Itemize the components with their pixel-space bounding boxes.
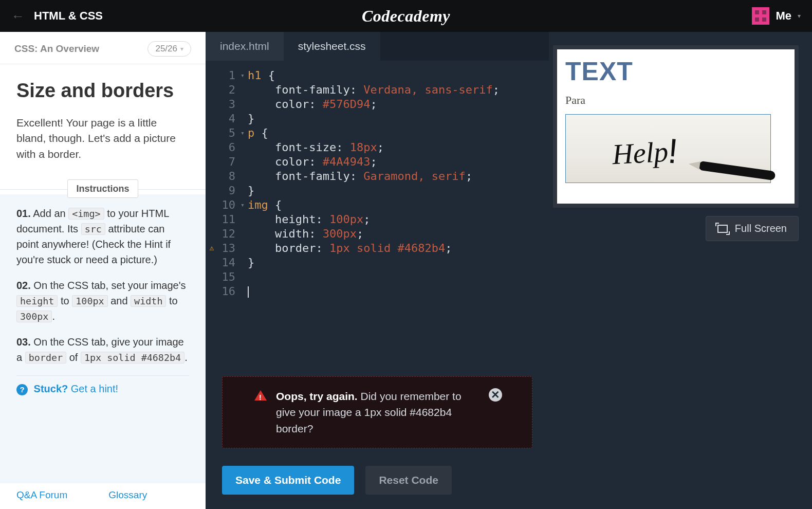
back-arrow-icon[interactable]: ← <box>11 8 25 24</box>
course-title[interactable]: HTML & CSS <box>34 9 103 23</box>
editor-tabs: index.html stylesheet.css <box>206 32 549 61</box>
instructions-heading: Instructions <box>67 179 138 198</box>
reset-code-button[interactable]: Reset Code <box>365 466 452 495</box>
avatar-icon <box>752 7 769 25</box>
step-3: 03. On the CSS tab, give your image a bo… <box>16 334 189 365</box>
preview-panel: TEXT Para Help! Full Screen <box>549 32 812 509</box>
preview-image: Help! <box>565 114 771 183</box>
close-icon[interactable]: ✕ <box>489 388 502 402</box>
logo[interactable]: Codecademy <box>362 7 450 26</box>
fullscreen-icon <box>717 225 728 233</box>
editor-panel: index.html stylesheet.css 1▾h1 { 2 font-… <box>206 32 549 509</box>
lesson-title: Size and borders <box>16 80 189 102</box>
chevron-down-icon: ▾ <box>180 45 183 52</box>
progress-dropdown[interactable]: 25/26 ▾ <box>147 41 191 57</box>
error-banner: Oops, try again. Did you remember to giv… <box>222 376 532 449</box>
top-bar: ← HTML & CSS Codecademy Me ▾ <box>0 0 812 32</box>
step-1: 01. Add an <img> to your HTML document. … <box>16 206 189 267</box>
glossary-link[interactable]: Glossary <box>108 489 147 501</box>
tab-index-html[interactable]: index.html <box>206 32 284 61</box>
tab-stylesheet-css[interactable]: stylesheet.css <box>284 32 380 61</box>
alert-icon <box>254 390 267 401</box>
preview-paragraph: Para <box>565 94 786 107</box>
me-label: Me <box>776 9 791 23</box>
fullscreen-button[interactable]: Full Screen <box>706 216 799 241</box>
save-submit-button[interactable]: Save & Submit Code <box>222 466 354 495</box>
cursor <box>248 286 249 298</box>
user-menu[interactable]: Me ▾ <box>752 7 801 25</box>
pen-icon <box>698 161 776 181</box>
progress-value: 25/26 <box>155 44 177 54</box>
preview-h1: TEXT <box>565 57 786 86</box>
preview-frame: TEXT Para Help! <box>553 45 799 208</box>
lesson-label: CSS: An Overview <box>14 43 99 54</box>
question-icon: ? <box>16 384 28 395</box>
lesson-description: Excellent! Your page is a little bland, … <box>16 115 189 162</box>
qa-forum-link[interactable]: Q&A Forum <box>16 489 67 501</box>
instructions-panel: CSS: An Overview 25/26 ▾ Size and border… <box>0 32 206 509</box>
chevron-down-icon: ▾ <box>798 12 801 20</box>
hint-link[interactable]: ? Stuck? Get a hint! <box>16 375 189 395</box>
warning-icon: ⚠ <box>206 243 218 252</box>
step-2: 02. On the CSS tab, set your image's hei… <box>16 278 189 324</box>
